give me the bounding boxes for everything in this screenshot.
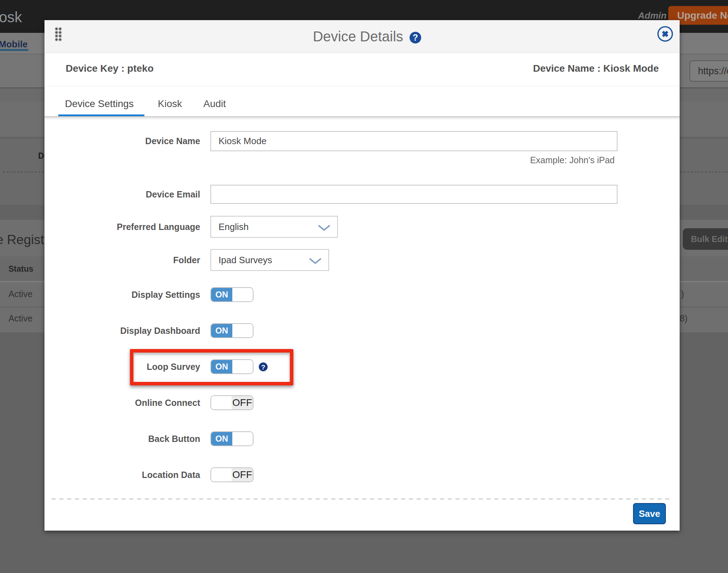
svg-text:?: ?: [261, 364, 265, 371]
svg-text:?: ?: [413, 33, 418, 42]
